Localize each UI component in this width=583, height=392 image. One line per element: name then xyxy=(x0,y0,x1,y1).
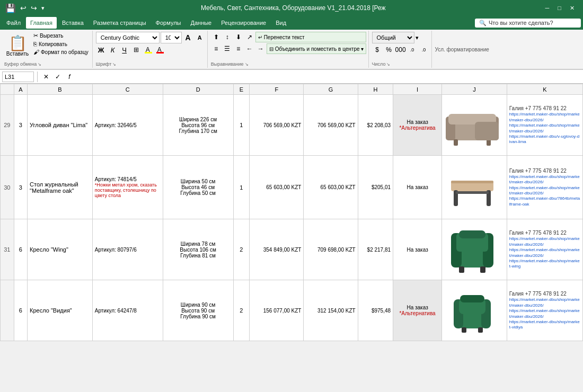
cell-f31b[interactable]: 156 077,00 KZT xyxy=(250,280,304,341)
cell-b31[interactable]: Кресло "Wing" xyxy=(28,219,93,280)
redo-icon[interactable]: ↪ xyxy=(31,4,37,12)
menu-home[interactable]: Главная xyxy=(26,17,57,29)
header-col-f[interactable]: F xyxy=(250,84,304,95)
cell-b30[interactable]: Стол журнальный "Metalframe oak" xyxy=(28,156,93,219)
cell-c29[interactable]: Артикул: 32646/5 xyxy=(92,95,163,156)
alignment-expand-icon[interactable]: ↘ xyxy=(245,62,249,67)
header-col-i[interactable]: I xyxy=(393,84,442,95)
underline-button[interactable]: Ч xyxy=(119,44,130,55)
header-col-g[interactable]: G xyxy=(304,84,358,95)
maximize-btn[interactable]: □ xyxy=(554,5,564,12)
cell-d31[interactable]: Ширина 78 смВысота 106 смГлубина 81 см xyxy=(163,219,233,280)
cell-h31[interactable]: $2 217,81 xyxy=(358,219,393,280)
header-col-k[interactable]: K xyxy=(507,84,582,95)
insert-function-button[interactable]: f xyxy=(64,72,75,82)
copy-button[interactable]: ⎘ Копировать xyxy=(32,40,90,48)
cell-reference-box[interactable]: L31 xyxy=(2,72,34,82)
cut-button[interactable]: ✂ Вырезать xyxy=(32,32,90,40)
cell-e31[interactable]: 2 xyxy=(233,219,250,280)
bold-button[interactable]: Ж xyxy=(96,44,107,55)
formula-input[interactable] xyxy=(77,72,581,82)
cell-k30[interactable]: Галия +7 775 478 91 22 https://market.ma… xyxy=(507,156,582,219)
cell-b31b[interactable]: Кресло "Видия" xyxy=(28,280,93,341)
font-grow-button[interactable]: A xyxy=(183,32,193,43)
cell-g31b[interactable]: 312 154,00 KZT xyxy=(304,280,358,341)
minimize-btn[interactable]: ─ xyxy=(542,5,553,12)
font-size-select[interactable]: 10 xyxy=(161,32,182,43)
cell-b29[interactable]: Угловой диван "Lima" xyxy=(28,95,93,156)
cell-c31b[interactable]: Артикул: 64247/8 xyxy=(92,280,163,341)
font-family-select[interactable]: Century Gothic xyxy=(96,32,160,43)
cell-a29[interactable]: 3 xyxy=(14,95,28,156)
align-center-button[interactable]: ☰ xyxy=(222,43,233,54)
header-col-a[interactable]: A xyxy=(14,84,28,95)
menu-data[interactable]: Данные xyxy=(186,17,216,29)
menu-review[interactable]: Рецензирование xyxy=(217,17,270,29)
border-button[interactable]: ⊞ xyxy=(131,44,142,55)
align-middle-button[interactable]: ↕ xyxy=(222,32,233,42)
cell-f29[interactable]: 706 569,00 KZT xyxy=(250,95,304,156)
menu-page-layout[interactable]: Разметка страницы xyxy=(89,17,151,29)
increase-decimal-button[interactable]: .0 xyxy=(407,44,418,55)
decrease-indent-button[interactable]: ← xyxy=(244,43,255,54)
cell-i31b[interactable]: На заказ *Альтернатива xyxy=(393,280,442,341)
font-color-button[interactable]: A xyxy=(154,44,165,55)
cell-f30[interactable]: 65 603,00 KZT xyxy=(250,156,304,219)
undo-icon[interactable]: ↩ xyxy=(20,4,26,12)
percent-button[interactable]: % xyxy=(384,44,394,55)
cell-d29[interactable]: Ширина 226 смВысота 96 смГлубина 170 см xyxy=(163,95,233,156)
cell-a31[interactable]: 6 xyxy=(14,219,28,280)
cell-h29[interactable]: $2 208,03 xyxy=(358,95,393,156)
cell-k29[interactable]: Галия +7 775 478 91 22 https://market.ma… xyxy=(507,95,582,156)
cell-h31b[interactable]: $975,48 xyxy=(358,280,393,341)
cell-k31b[interactable]: Галия +7 775 478 91 22 https://market.ma… xyxy=(507,280,582,341)
cell-g29[interactable]: 706 569,00 KZT xyxy=(304,95,358,156)
cell-e31b[interactable]: 2 xyxy=(233,280,250,341)
cell-i29[interactable]: На заказ *Альтернатива xyxy=(393,95,442,156)
header-col-b[interactable]: B xyxy=(28,84,93,95)
header-col-e[interactable]: E xyxy=(233,84,250,95)
increase-indent-button[interactable]: → xyxy=(255,43,266,54)
cell-c31[interactable]: Артикул: 80797/6 xyxy=(92,219,163,280)
fill-color-button[interactable]: A xyxy=(143,44,153,55)
cell-f31[interactable]: 354 849,00 KZT xyxy=(250,219,304,280)
cell-g31[interactable]: 709 698,00 KZT xyxy=(304,219,358,280)
font-expand-icon[interactable]: ↘ xyxy=(112,62,116,67)
align-bottom-button[interactable]: ⬇ xyxy=(233,32,244,42)
wrap-text-button[interactable]: ↵ Перенести текст xyxy=(255,32,366,42)
header-col-d[interactable]: D xyxy=(163,84,233,95)
enter-formula-button[interactable]: ✓ xyxy=(52,72,63,82)
align-left-button[interactable]: ≡ xyxy=(211,43,222,54)
menu-view[interactable]: Вид xyxy=(271,17,290,29)
decrease-decimal-button[interactable]: .0 xyxy=(419,44,429,55)
cell-a30[interactable]: 3 xyxy=(14,156,28,219)
font-shrink-button[interactable]: A xyxy=(195,32,205,43)
menu-formulas[interactable]: Формулы xyxy=(152,17,186,29)
paste-button[interactable]: 📋 Вставить xyxy=(4,32,31,60)
close-btn[interactable]: ✕ xyxy=(567,5,578,12)
text-angle-button[interactable]: ↗ xyxy=(244,32,255,42)
merge-dropdown-icon[interactable]: ▾ xyxy=(361,46,364,52)
cell-a31b[interactable]: 6 xyxy=(14,280,28,341)
cell-k31[interactable]: Галия +7 775 478 91 22 https://market.ma… xyxy=(507,219,582,280)
number-format-dropdown-icon[interactable]: ▾ xyxy=(416,34,419,41)
cell-i30[interactable]: На заказ xyxy=(393,156,442,219)
cell-i31[interactable]: На заказ xyxy=(393,219,442,280)
header-col-c[interactable]: C xyxy=(92,84,163,95)
merge-center-button[interactable]: ⊟ Объединить и поместить в центре ▾ xyxy=(267,43,366,54)
cancel-formula-button[interactable]: ✕ xyxy=(41,72,51,82)
clipboard-expand-icon[interactable]: ↘ xyxy=(38,62,41,67)
cell-e29[interactable]: 1 xyxy=(233,95,250,156)
cell-h30[interactable]: $205,01 xyxy=(358,156,393,219)
menu-insert[interactable]: Вставка xyxy=(58,17,88,29)
comma-button[interactable]: 000 xyxy=(395,44,406,55)
accounting-format-button[interactable]: $ xyxy=(372,44,383,55)
number-expand-icon[interactable]: ↘ xyxy=(386,62,390,67)
header-col-h[interactable]: H xyxy=(358,84,393,95)
cell-c30[interactable]: Артикул: 74814/5 *Ножки метал хром, сказ… xyxy=(92,156,163,219)
cell-d31b[interactable]: Ширина 90 смВысота 90 смГлубина 90 см xyxy=(163,280,233,341)
number-format-select[interactable]: Общий xyxy=(372,32,414,43)
cell-d30[interactable]: Ширина 50 смВысота 46 смГлубина 50 см xyxy=(163,156,233,219)
align-right-button[interactable]: ≡ xyxy=(233,43,244,54)
format-painter-button[interactable]: 🖌 Формат по образцу xyxy=(32,48,90,56)
